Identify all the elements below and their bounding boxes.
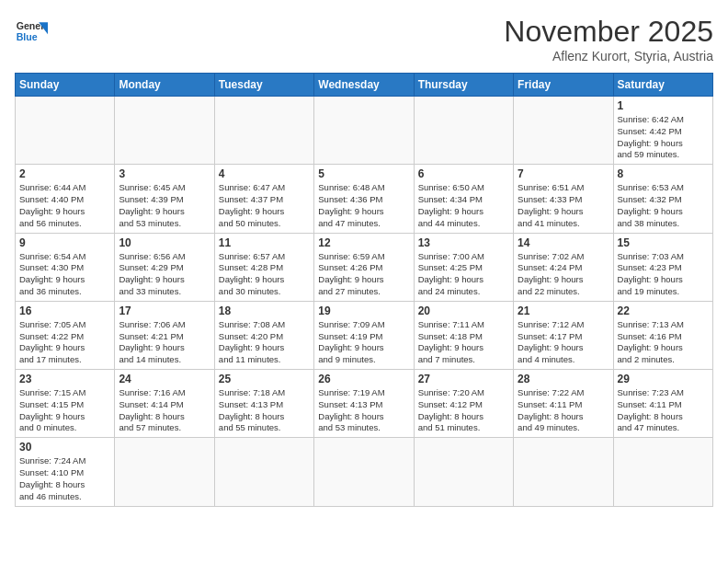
calendar-weekday-thursday: Thursday (414, 74, 513, 97)
day-info: Sunrise: 7:08 AM Sunset: 4:20 PM Dayligh… (219, 319, 310, 366)
day-info: Sunrise: 6:56 AM Sunset: 4:29 PM Dayligh… (119, 251, 210, 298)
day-info: Sunrise: 6:45 AM Sunset: 4:39 PM Dayligh… (119, 182, 210, 229)
calendar-cell: 25Sunrise: 7:18 AM Sunset: 4:13 PM Dayli… (214, 370, 313, 438)
day-info: Sunrise: 7:09 AM Sunset: 4:19 PM Dayligh… (318, 319, 409, 366)
calendar-cell: 10Sunrise: 6:56 AM Sunset: 4:29 PM Dayli… (115, 233, 214, 301)
day-number: 22 (618, 304, 709, 317)
calendar-cell: 19Sunrise: 7:09 AM Sunset: 4:19 PM Dayli… (314, 301, 414, 369)
day-info: Sunrise: 6:48 AM Sunset: 4:36 PM Dayligh… (318, 182, 409, 229)
calendar-cell: 9Sunrise: 6:54 AM Sunset: 4:30 PM Daylig… (16, 233, 115, 301)
location: Aflenz Kurort, Styria, Austria (504, 49, 713, 63)
calendar-cell: 5Sunrise: 6:48 AM Sunset: 4:36 PM Daylig… (314, 165, 414, 233)
day-number: 10 (119, 236, 210, 249)
day-number: 20 (418, 304, 509, 317)
day-info: Sunrise: 6:44 AM Sunset: 4:40 PM Dayligh… (19, 182, 110, 229)
calendar-cell: 16Sunrise: 7:05 AM Sunset: 4:22 PM Dayli… (16, 301, 115, 369)
calendar-cell (314, 97, 414, 165)
day-number: 18 (219, 304, 310, 317)
calendar-cell (314, 438, 414, 506)
day-number: 8 (618, 167, 709, 180)
day-number: 15 (618, 236, 709, 249)
svg-text:Blue: Blue (17, 31, 38, 42)
day-info: Sunrise: 7:06 AM Sunset: 4:21 PM Dayligh… (119, 319, 210, 366)
calendar-cell (613, 438, 712, 506)
day-info: Sunrise: 6:54 AM Sunset: 4:30 PM Dayligh… (19, 251, 110, 298)
calendar-cell: 3Sunrise: 6:45 AM Sunset: 4:39 PM Daylig… (115, 165, 214, 233)
day-number: 25 (219, 373, 310, 385)
day-number: 19 (318, 304, 409, 317)
day-info: Sunrise: 7:13 AM Sunset: 4:16 PM Dayligh… (618, 319, 709, 366)
day-number: 3 (119, 167, 210, 180)
day-info: Sunrise: 6:53 AM Sunset: 4:32 PM Dayligh… (618, 182, 709, 229)
day-number: 9 (19, 236, 110, 249)
calendar-week-row-3: 9Sunrise: 6:54 AM Sunset: 4:30 PM Daylig… (16, 233, 713, 301)
calendar-cell: 11Sunrise: 6:57 AM Sunset: 4:28 PM Dayli… (214, 233, 313, 301)
calendar-cell: 26Sunrise: 7:19 AM Sunset: 4:13 PM Dayli… (314, 370, 414, 438)
calendar-cell: 17Sunrise: 7:06 AM Sunset: 4:21 PM Dayli… (115, 301, 214, 369)
day-info: Sunrise: 7:15 AM Sunset: 4:15 PM Dayligh… (19, 387, 110, 434)
calendar-weekday-tuesday: Tuesday (214, 74, 313, 97)
day-info: Sunrise: 7:11 AM Sunset: 4:18 PM Dayligh… (418, 319, 509, 366)
day-number: 5 (318, 167, 409, 180)
day-number: 13 (418, 236, 509, 249)
day-info: Sunrise: 6:57 AM Sunset: 4:28 PM Dayligh… (219, 251, 310, 298)
day-number: 11 (219, 236, 310, 249)
calendar-cell (115, 438, 214, 506)
day-info: Sunrise: 7:00 AM Sunset: 4:25 PM Dayligh… (418, 251, 509, 298)
calendar-header-row: SundayMondayTuesdayWednesdayThursdayFrid… (16, 74, 713, 97)
day-info: Sunrise: 7:16 AM Sunset: 4:14 PM Dayligh… (119, 387, 210, 434)
calendar-weekday-sunday: Sunday (16, 74, 115, 97)
day-info: Sunrise: 7:19 AM Sunset: 4:13 PM Dayligh… (318, 387, 409, 434)
generalblue-logo-icon: General Blue (15, 15, 48, 48)
day-info: Sunrise: 6:59 AM Sunset: 4:26 PM Dayligh… (318, 251, 409, 298)
day-number: 6 (418, 167, 509, 180)
day-number: 24 (119, 373, 210, 385)
day-number: 21 (518, 304, 609, 317)
day-number: 30 (19, 441, 110, 454)
day-info: Sunrise: 7:12 AM Sunset: 4:17 PM Dayligh… (518, 319, 609, 366)
calendar-weekday-wednesday: Wednesday (314, 74, 414, 97)
calendar-week-row-4: 16Sunrise: 7:05 AM Sunset: 4:22 PM Dayli… (16, 301, 713, 369)
day-info: Sunrise: 6:42 AM Sunset: 4:42 PM Dayligh… (618, 114, 709, 161)
calendar-cell: 8Sunrise: 6:53 AM Sunset: 4:32 PM Daylig… (613, 165, 712, 233)
day-info: Sunrise: 7:03 AM Sunset: 4:23 PM Dayligh… (618, 251, 709, 298)
calendar-cell (514, 97, 613, 165)
logo: General Blue (15, 15, 48, 48)
day-info: Sunrise: 6:51 AM Sunset: 4:33 PM Dayligh… (518, 182, 609, 229)
day-number: 23 (19, 373, 110, 385)
calendar-week-row-1: 1Sunrise: 6:42 AM Sunset: 4:42 PM Daylig… (16, 97, 713, 165)
day-number: 2 (19, 167, 110, 180)
day-info: Sunrise: 7:23 AM Sunset: 4:11 PM Dayligh… (618, 387, 709, 434)
calendar-cell: 6Sunrise: 6:50 AM Sunset: 4:34 PM Daylig… (414, 165, 513, 233)
page: General Blue November 2025 Aflenz Kurort… (0, 0, 728, 563)
calendar-cell (115, 97, 214, 165)
title-block: November 2025 Aflenz Kurort, Styria, Aus… (504, 15, 713, 63)
calendar-cell (214, 438, 313, 506)
calendar-cell: 22Sunrise: 7:13 AM Sunset: 4:16 PM Dayli… (613, 301, 712, 369)
calendar-cell (16, 97, 115, 165)
day-number: 27 (418, 373, 509, 385)
calendar-weekday-friday: Friday (514, 74, 613, 97)
calendar-cell: 2Sunrise: 6:44 AM Sunset: 4:40 PM Daylig… (16, 165, 115, 233)
calendar-cell: 28Sunrise: 7:22 AM Sunset: 4:11 PM Dayli… (514, 370, 613, 438)
day-number: 4 (219, 167, 310, 180)
day-number: 17 (119, 304, 210, 317)
day-info: Sunrise: 6:47 AM Sunset: 4:37 PM Dayligh… (219, 182, 310, 229)
calendar-cell: 18Sunrise: 7:08 AM Sunset: 4:20 PM Dayli… (214, 301, 313, 369)
calendar-week-row-2: 2Sunrise: 6:44 AM Sunset: 4:40 PM Daylig… (16, 165, 713, 233)
day-number: 16 (19, 304, 110, 317)
calendar-cell: 30Sunrise: 7:24 AM Sunset: 4:10 PM Dayli… (16, 438, 115, 506)
day-info: Sunrise: 6:50 AM Sunset: 4:34 PM Dayligh… (418, 182, 509, 229)
day-info: Sunrise: 7:18 AM Sunset: 4:13 PM Dayligh… (219, 387, 310, 434)
calendar-cell: 14Sunrise: 7:02 AM Sunset: 4:24 PM Dayli… (514, 233, 613, 301)
day-info: Sunrise: 7:20 AM Sunset: 4:12 PM Dayligh… (418, 387, 509, 434)
calendar-cell: 15Sunrise: 7:03 AM Sunset: 4:23 PM Dayli… (613, 233, 712, 301)
calendar-week-row-6: 30Sunrise: 7:24 AM Sunset: 4:10 PM Dayli… (16, 438, 713, 506)
calendar-cell: 23Sunrise: 7:15 AM Sunset: 4:15 PM Dayli… (16, 370, 115, 438)
calendar-week-row-5: 23Sunrise: 7:15 AM Sunset: 4:15 PM Dayli… (16, 370, 713, 438)
calendar-weekday-monday: Monday (115, 74, 214, 97)
calendar-cell: 27Sunrise: 7:20 AM Sunset: 4:12 PM Dayli… (414, 370, 513, 438)
day-number: 1 (618, 99, 709, 112)
day-info: Sunrise: 7:02 AM Sunset: 4:24 PM Dayligh… (518, 251, 609, 298)
day-info: Sunrise: 7:05 AM Sunset: 4:22 PM Dayligh… (19, 319, 110, 366)
